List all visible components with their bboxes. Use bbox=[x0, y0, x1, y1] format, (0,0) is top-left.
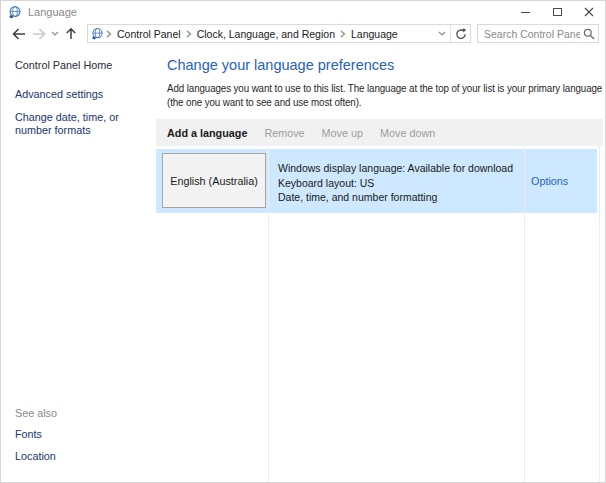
options-link[interactable]: Options bbox=[531, 175, 568, 187]
sidebar-see-also-section: See also Fonts Location bbox=[15, 407, 143, 472]
list-column-divider bbox=[524, 146, 525, 482]
language-details: Windows display language: Available for … bbox=[278, 161, 513, 205]
language-list: English (Australia) Windows display lang… bbox=[156, 146, 603, 482]
navigation-bar: Control Panel Clock, Language, and Regio… bbox=[1, 23, 605, 44]
minimize-button[interactable] bbox=[509, 1, 541, 23]
add-a-language-button[interactable]: Add a language bbox=[167, 127, 247, 139]
address-dropdown-button[interactable] bbox=[434, 25, 450, 42]
page-description-line2: (the one you want to see and use most of… bbox=[167, 96, 602, 110]
search-input[interactable] bbox=[478, 28, 580, 40]
main-content: Change your language preferences Add lan… bbox=[156, 44, 605, 482]
language-date-time-formatting: Date, time, and number formatting bbox=[278, 190, 513, 205]
chevron-down-icon bbox=[438, 31, 446, 36]
breadcrumb-item-language[interactable]: Language bbox=[348, 28, 401, 40]
maximize-button[interactable] bbox=[541, 1, 573, 23]
search-icon bbox=[583, 28, 595, 40]
sidebar-item-location[interactable]: Location bbox=[15, 450, 143, 463]
forward-arrow-icon bbox=[32, 28, 46, 40]
refresh-button[interactable] bbox=[450, 25, 470, 42]
forward-button[interactable] bbox=[29, 24, 49, 44]
language-keyboard-layout: Keyboard layout: US bbox=[278, 176, 513, 191]
language-name-tile[interactable]: English (Australia) bbox=[162, 153, 266, 208]
sidebar-item-control-panel-home[interactable]: Control Panel Home bbox=[15, 59, 156, 71]
back-button[interactable] bbox=[9, 24, 29, 44]
back-arrow-icon bbox=[12, 28, 26, 40]
sidebar: Control Panel Home Advanced settings Cha… bbox=[1, 44, 156, 482]
move-up-button[interactable]: Move up bbox=[322, 127, 363, 139]
page-description: Add languages you want to use to this li… bbox=[167, 82, 602, 109]
language-row-english-australia[interactable]: English (Australia) Windows display lang… bbox=[156, 149, 597, 213]
titlebar: Language bbox=[1, 1, 605, 23]
breadcrumb-separator-icon bbox=[338, 30, 348, 38]
breadcrumb-item-clock-language-region[interactable]: Clock, Language, and Region bbox=[194, 28, 338, 40]
sidebar-item-change-date-time-formats[interactable]: Change date, time, or number formats bbox=[15, 111, 143, 137]
sidebar-item-advanced-settings[interactable]: Advanced settings bbox=[15, 88, 143, 101]
remove-button[interactable]: Remove bbox=[264, 127, 304, 139]
page-title: Change your language preferences bbox=[167, 57, 394, 73]
page-description-line1: Add languages you want to use to this li… bbox=[167, 82, 602, 96]
list-column-divider bbox=[268, 146, 269, 482]
list-right-edge bbox=[599, 146, 600, 482]
search-button[interactable] bbox=[580, 28, 598, 40]
sidebar-item-fonts[interactable]: Fonts bbox=[15, 428, 143, 441]
close-button[interactable] bbox=[573, 1, 605, 23]
see-also-header: See also bbox=[15, 407, 143, 419]
window-title: Language bbox=[28, 6, 77, 18]
maximize-icon bbox=[553, 8, 562, 16]
refresh-icon bbox=[455, 28, 467, 40]
language-app-icon bbox=[8, 2, 22, 22]
breadcrumb-separator-icon bbox=[104, 30, 114, 38]
recent-pages-dropdown[interactable] bbox=[49, 24, 61, 44]
breadcrumb[interactable]: Control Panel Clock, Language, and Regio… bbox=[87, 24, 471, 43]
breadcrumb-separator-icon bbox=[184, 30, 194, 38]
move-down-button[interactable]: Move down bbox=[380, 127, 435, 139]
up-arrow-icon bbox=[65, 27, 77, 40]
close-icon bbox=[584, 7, 594, 17]
search-box bbox=[477, 24, 599, 43]
language-display-language: Windows display language: Available for … bbox=[278, 161, 513, 176]
language-toolbar: Add a language Remove Move up Move down bbox=[156, 119, 603, 146]
chevron-down-icon bbox=[51, 31, 59, 36]
language-breadcrumb-icon bbox=[91, 24, 104, 44]
breadcrumb-item-control-panel[interactable]: Control Panel bbox=[114, 28, 184, 40]
up-button[interactable] bbox=[61, 24, 81, 44]
minimize-icon bbox=[521, 12, 530, 13]
